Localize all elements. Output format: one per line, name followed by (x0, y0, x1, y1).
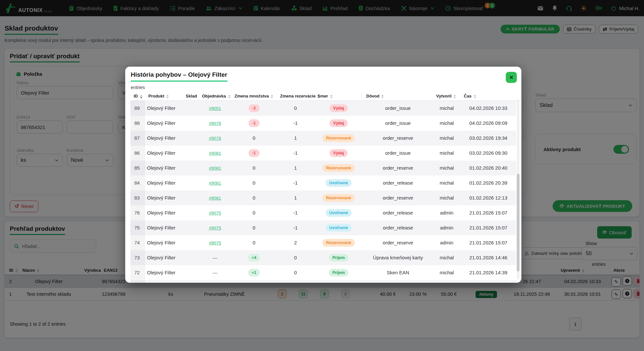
sort-arrows-icon (228, 95, 231, 98)
direction-badge: Rezervované (322, 239, 355, 247)
column-header-smer[interactable]: Smer (314, 92, 363, 101)
direction-badge: Výdaj (329, 119, 347, 127)
movements-table: IDProduktSkladObjednávkaZmena množstvaZm… (130, 92, 516, 283)
close-icon[interactable]: × (506, 72, 517, 83)
column-header-id[interactable]: ID (130, 92, 145, 101)
sort-arrows-icon (166, 95, 169, 98)
quantity-change-cell: 0 (231, 176, 277, 190)
direction-badge: Rezervované (322, 194, 355, 202)
order-link[interactable]: #9078 (209, 121, 221, 126)
movement-row: 89 Olejový Filter #9051 -2 0 Výdaj order… (130, 101, 516, 116)
quantity-change-cell: +4 (231, 250, 277, 265)
quantity-change-cell: 0 (231, 220, 277, 235)
quantity-change-cell: -1 (231, 116, 277, 131)
order-link[interactable]: #9051 (209, 106, 221, 111)
quantity-change-cell: +1 (231, 280, 277, 283)
order-link[interactable]: #9081 (209, 166, 221, 171)
direction-badge: Výdaj (329, 149, 347, 157)
sort-arrows-icon (330, 95, 333, 98)
column-header-objednavka[interactable]: Objednávka (199, 92, 231, 101)
column-header-vytvoril[interactable]: Vytvoril (433, 92, 461, 101)
column-header-rezervacia[interactable]: Zmena rezervácie (277, 92, 314, 101)
quantity-change-cell: -1 (231, 146, 277, 161)
quantity-change-cell: 0 (231, 161, 277, 176)
movement-row: 85 Olejový Filter #9081 0 1 Rezervované … (130, 161, 516, 176)
movement-row: 87 Olejový Filter #9078 0 1 Rezervované … (130, 131, 516, 146)
column-header-cas[interactable]: Čas (461, 92, 516, 101)
quantity-change-cell: 0 (231, 205, 277, 220)
direction-badge: Uvoľnené (326, 224, 352, 232)
direction-badge: Uvoľnené (326, 179, 352, 187)
column-header-zmena[interactable]: Zmena množstva (231, 92, 277, 101)
column-header-sklad: Sklad (182, 92, 199, 101)
movement-row: 84 Olejový Filter #9081 0 -1 Uvoľnené or… (130, 176, 516, 190)
sort-arrows-icon (381, 95, 384, 98)
order-link[interactable]: #9075 (209, 240, 221, 245)
direction-badge: Uvoľnené (326, 209, 352, 217)
movement-row: 74 Olejový Filter #9075 0 2 Rezervované … (130, 235, 516, 250)
order-link[interactable]: #9075 (209, 211, 221, 215)
movement-row: 72 Olejový Filter — +1 0 Príjem Sken EAN… (130, 265, 516, 280)
movement-row: 88 Olejový Filter #9078 -1 -1 Výdaj orde… (130, 116, 516, 131)
direction-badge: Príjem (329, 269, 348, 277)
direction-badge: Rezervované (322, 164, 355, 172)
order-link[interactable]: #9078 (209, 136, 221, 141)
movement-row: 76 Olejový Filter #9075 0 -1 Uvoľnené or… (130, 205, 516, 220)
modal-title: História pohybov – Olejový Filter (131, 71, 227, 82)
movement-row: 73 Olejový Filter — +4 0 Príjem Úprava k… (130, 250, 516, 265)
direction-badge: Rezervované (322, 134, 355, 142)
column-header-dovod[interactable]: Dôvod (363, 92, 433, 101)
quantity-change-cell: 0 (231, 190, 277, 205)
quantity-change-cell: +1 (231, 265, 277, 280)
quantity-change-cell: 0 (231, 235, 277, 250)
movement-history-modal: História pohybov – Olejový Filter × entr… (125, 67, 521, 283)
column-header-produkt[interactable]: Produkt (145, 92, 182, 101)
movement-row: 86 Olejový Filter #9081 -1 -1 Výdaj orde… (130, 146, 516, 161)
sort-arrows-icon (474, 95, 476, 98)
order-link[interactable]: #9075 (209, 226, 221, 230)
modal-scrollbar-thumb[interactable] (517, 174, 519, 271)
movement-row: 75 Olejový Filter #9075 0 -1 Uvoľnené or… (130, 220, 516, 235)
direction-badge: Výdaj (329, 104, 347, 112)
sort-arrows-icon (140, 95, 142, 98)
order-link[interactable]: #9081 (209, 181, 221, 186)
quantity-change-cell: -2 (231, 101, 277, 116)
order-link[interactable]: #9081 (209, 196, 221, 201)
direction-badge: Príjem (329, 254, 348, 262)
movement-row: 83 Olejový Filter #9081 0 1 Rezervované … (130, 190, 516, 205)
quantity-change-cell: 0 (231, 131, 277, 146)
sort-arrows-icon (453, 95, 456, 98)
sort-arrows-icon (271, 95, 273, 98)
table-header-row: IDProduktSkladObjednávkaZmena množstvaZm… (130, 92, 516, 101)
order-link[interactable]: #9081 (209, 151, 221, 156)
modal-entries-label: entries (131, 85, 145, 90)
movement-row: 71 Olejový Filter — +1 0 Príjem Sken EAN… (130, 280, 516, 283)
